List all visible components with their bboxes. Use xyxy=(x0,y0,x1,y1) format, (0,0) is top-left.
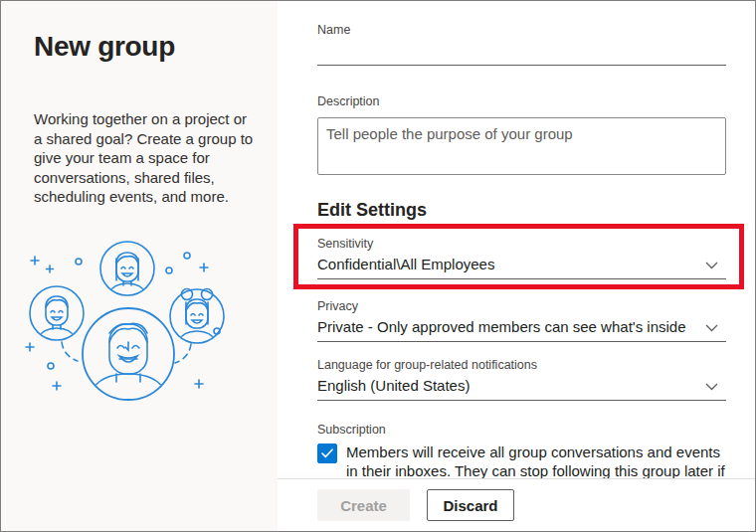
name-input[interactable] xyxy=(317,37,726,66)
subscription-checkbox[interactable] xyxy=(317,443,337,463)
description-label: Description xyxy=(317,94,726,108)
checkmark-icon xyxy=(321,448,333,458)
language-value: English (United States) xyxy=(317,375,726,401)
new-group-dialog: New group Working together on a project … xyxy=(0,0,756,532)
chevron-down-icon xyxy=(705,324,718,332)
privacy-value: Private - Only approved members can see … xyxy=(317,316,726,342)
dialog-footer: Create Discard xyxy=(278,478,756,531)
chevron-down-icon xyxy=(705,383,718,391)
sensitivity-label: Sensitivity xyxy=(317,237,726,251)
intro-text: Working together on a project or a share… xyxy=(34,109,254,207)
language-label: Language for group-related notifications xyxy=(317,358,726,372)
create-button[interactable]: Create xyxy=(317,489,410,521)
privacy-dropdown[interactable]: Private - Only approved members can see … xyxy=(317,316,726,342)
subscription-label: Subscription xyxy=(317,423,726,437)
group-people-illustration-svg xyxy=(22,233,249,471)
sensitivity-value: Confidential\All Employees xyxy=(317,254,726,279)
page-title: New group xyxy=(34,31,254,63)
chevron-down-icon xyxy=(705,262,718,269)
name-label: Name xyxy=(317,23,726,37)
discard-button[interactable]: Discard xyxy=(427,489,514,521)
sensitivity-highlight-box: Sensitivity Confidential\All Employees xyxy=(293,224,744,289)
new-group-form: Name Description Edit Settings Sensitivi… xyxy=(278,1,756,531)
description-input[interactable] xyxy=(317,117,726,175)
group-people-illustration xyxy=(22,233,254,475)
edit-settings-heading: Edit Settings xyxy=(317,200,726,221)
language-dropdown[interactable]: English (United States) xyxy=(317,375,726,401)
sensitivity-dropdown[interactable]: Confidential\All Employees xyxy=(317,254,726,279)
left-panel: New group Working together on a project … xyxy=(1,1,278,531)
privacy-label: Privacy xyxy=(317,299,726,313)
